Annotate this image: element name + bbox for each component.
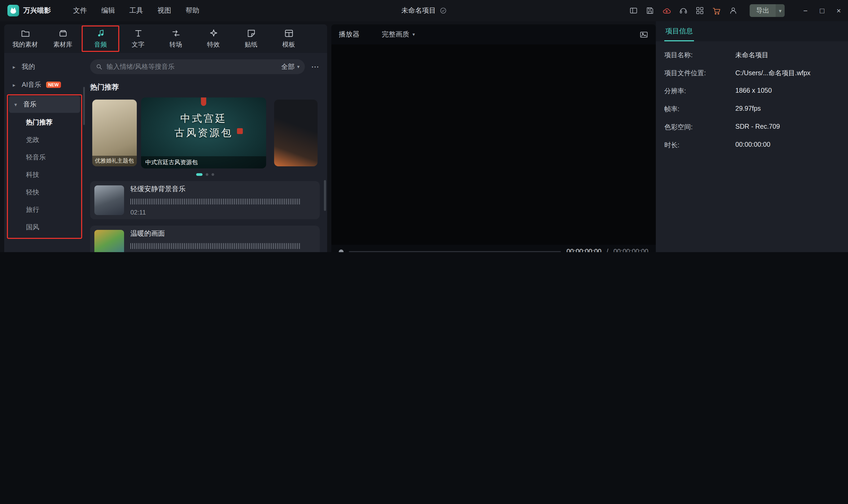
seek-track[interactable] xyxy=(349,251,561,252)
music-item[interactable]: 温暖的画面 02:04 xyxy=(90,226,320,252)
info-row-file-location: 项目文件位置: C:/Users/...命名项目.wfpx xyxy=(664,69,840,78)
tab-stock-media[interactable]: 素材库 xyxy=(44,25,82,52)
waveform xyxy=(131,199,300,204)
category-tech[interactable]: 科技 xyxy=(8,166,81,184)
project-title: 未命名项目 xyxy=(401,6,436,15)
tab-audio[interactable]: 音频 xyxy=(82,25,119,52)
search-icon xyxy=(96,63,103,70)
featured-carousel: 优雅婚礼主题包 中式宫廷 古风资源包 中式宫廷古风资源包 xyxy=(90,97,320,168)
quality-dropdown[interactable]: 完整画质 ▾ xyxy=(382,30,415,39)
app-logo-icon[interactable] xyxy=(7,5,19,16)
chevron-down-icon: ▾ xyxy=(14,102,20,107)
titlebar: 万兴喵影 文件 编辑 工具 视图 帮助 未命名项目 xyxy=(0,0,848,21)
menu-item-view[interactable]: 视图 xyxy=(157,6,171,15)
chevron-right-icon: ▸ xyxy=(13,82,18,88)
music-list: 轻缓安静背景音乐 02:11 xyxy=(90,181,320,252)
category-party[interactable]: 党政 xyxy=(8,131,81,149)
carousel-pagination xyxy=(90,173,320,176)
info-row-framerate: 帧率: 29.97fps xyxy=(664,105,840,114)
account-icon[interactable] xyxy=(729,6,738,15)
info-row-resolution: 分辨率: 1866 x 1050 xyxy=(664,87,840,96)
saved-check-icon xyxy=(439,7,447,14)
card-caption: 优雅婚礼主题包 xyxy=(92,156,137,166)
waveform xyxy=(131,243,300,249)
category-light-music[interactable]: 轻音乐 xyxy=(8,149,81,166)
export-button[interactable]: 导出 ▾ xyxy=(750,4,785,17)
search-input[interactable] xyxy=(107,63,278,70)
carousel-card-next[interactable] xyxy=(274,100,317,166)
export-dropdown-icon[interactable]: ▾ xyxy=(776,4,785,17)
menu-item-tools[interactable]: 工具 xyxy=(129,6,143,15)
support-headset-icon[interactable] xyxy=(679,6,688,15)
info-row-colorspace: 色彩空间: SDR - Rec.709 xyxy=(664,123,840,132)
compare-view-icon[interactable] xyxy=(639,30,648,39)
menu-bar: 文件 编辑 工具 视图 帮助 xyxy=(73,6,200,15)
category-upbeat[interactable]: 轻快 xyxy=(8,184,81,201)
preview-viewport[interactable] xyxy=(331,44,656,245)
menu-item-edit[interactable]: 编辑 xyxy=(101,6,115,15)
seal-stamp-icon xyxy=(237,128,243,134)
category-hot[interactable]: 热门推荐 xyxy=(8,114,81,131)
highlight-box-music-group: ▾ 音乐 热门推荐 党政 轻音乐 科技 轻快 旅行 国风 xyxy=(7,94,82,239)
info-row-duration: 时长: 00:00:00:00 xyxy=(664,141,840,150)
more-options-button[interactable]: ⋯ xyxy=(311,62,320,72)
player-panel: 播放器 完整画质 ▾ 00:00:00:00 xyxy=(331,24,656,252)
app-name: 万兴喵影 xyxy=(23,6,51,15)
audio-sidebar: ▸ 我的 ▸ AI音乐 NEW ▾ 音乐 xyxy=(4,53,85,252)
plugins-grid-icon[interactable] xyxy=(696,6,704,15)
search-bar[interactable]: 全部 ▾ xyxy=(90,59,305,74)
menu-item-help[interactable]: 帮助 xyxy=(186,6,200,15)
chevron-down-icon: ▾ xyxy=(297,64,299,69)
lantern-ornament xyxy=(201,97,206,106)
music-duration: 02:11 xyxy=(131,209,315,216)
section-title: 热门推荐 xyxy=(90,83,320,92)
tab-project-info[interactable]: 项目信息 xyxy=(664,22,694,41)
current-time: 00:00:00:00 xyxy=(567,248,602,252)
sidebar-item-my[interactable]: ▸ 我的 xyxy=(7,58,82,75)
info-panel-header: 项目信息 xyxy=(656,21,848,41)
category-chinese-style[interactable]: 国风 xyxy=(8,219,81,236)
menu-item-file[interactable]: 文件 xyxy=(73,6,87,15)
cloud-sync-icon[interactable] xyxy=(662,6,671,15)
tab-templates[interactable]: 模板 xyxy=(270,25,308,52)
project-info-panel: 项目信息 项目名称: 未命名项目 项目文件位置: C:/Users/...命名项… xyxy=(656,21,848,252)
media-tabbar: 我的素材 素材库 音频 文字 xyxy=(4,24,327,53)
music-thumbnail xyxy=(94,185,124,215)
sidebar-item-music[interactable]: ▾ 音乐 xyxy=(9,96,80,113)
category-travel[interactable]: 旅行 xyxy=(8,201,81,219)
carousel-dot[interactable] xyxy=(205,173,208,176)
tab-text[interactable]: 文字 xyxy=(119,25,157,52)
content-scrollbar[interactable] xyxy=(324,180,326,211)
music-item[interactable]: 轻缓安静背景音乐 02:11 xyxy=(90,181,320,219)
carousel-dot[interactable] xyxy=(196,173,202,176)
sidebar-item-ai-music[interactable]: ▸ AI音乐 NEW xyxy=(7,76,82,93)
carousel-card-wedding[interactable]: 优雅婚礼主题包 xyxy=(92,100,137,166)
new-badge: NEW xyxy=(46,82,61,88)
music-title: 轻缓安静背景音乐 xyxy=(131,184,315,194)
filter-dropdown[interactable]: 全部 ▾ xyxy=(281,62,299,71)
audio-content: 全部 ▾ ⋯ 热门推荐 优雅婚礼主题包 xyxy=(85,53,327,252)
tab-transitions[interactable]: 转场 xyxy=(157,25,194,52)
music-title: 温暖的画面 xyxy=(131,229,315,238)
chevron-down-icon: ▾ xyxy=(413,32,415,37)
seek-handle[interactable] xyxy=(339,249,344,252)
media-library-panel: 我的素材 素材库 音频 文字 xyxy=(4,24,327,252)
tab-stickers[interactable]: 贴纸 xyxy=(232,25,270,52)
maximize-button[interactable]: □ xyxy=(820,6,825,15)
player-label: 播放器 xyxy=(339,30,360,39)
minimize-button[interactable]: − xyxy=(803,6,808,15)
tab-my-media[interactable]: 我的素材 xyxy=(6,25,44,52)
layout-panel-icon[interactable] xyxy=(629,6,638,15)
carousel-card-featured[interactable]: 中式宫廷 古风资源包 中式宫廷古风资源包 xyxy=(141,97,266,168)
chevron-right-icon: ▸ xyxy=(13,64,18,70)
total-time: 00:00:00:00 xyxy=(613,248,648,252)
carousel-dot[interactable] xyxy=(211,173,214,176)
close-button[interactable]: × xyxy=(836,6,841,15)
save-icon[interactable] xyxy=(646,6,654,15)
export-label[interactable]: 导出 xyxy=(750,4,776,17)
featured-title: 中式宫廷 古风资源包 xyxy=(141,111,266,140)
card-caption: 中式宫廷古风资源包 xyxy=(141,156,266,168)
cart-icon[interactable] xyxy=(712,6,721,15)
tab-effects[interactable]: 特效 xyxy=(194,25,232,52)
music-thumbnail xyxy=(94,230,124,252)
